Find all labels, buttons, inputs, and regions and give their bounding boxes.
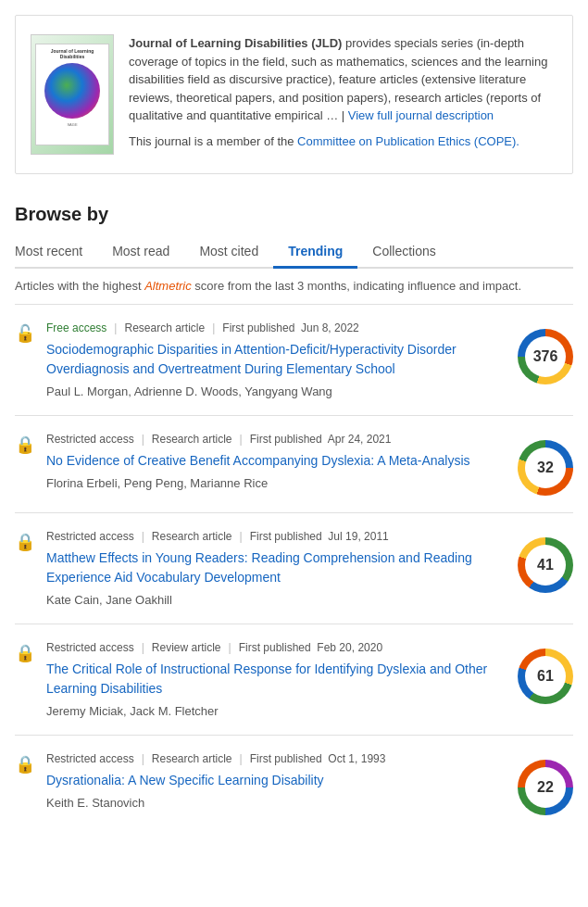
- article-meta: Restricted access | Review article | Fir…: [46, 641, 507, 654]
- article-meta: Restricted access | Research article | F…: [46, 433, 507, 446]
- access-label: Free access: [46, 321, 106, 334]
- tab-subtitle: Articles with the highest Altmetric scor…: [0, 269, 588, 304]
- access-label: Restricted access: [46, 752, 134, 765]
- member-text: This journal is a member of the: [129, 134, 297, 148]
- access-label: Restricted access: [46, 641, 134, 654]
- first-published: First published Feb 20, 2020: [239, 641, 382, 654]
- altmetric-badge[interactable]: 61: [518, 649, 573, 704]
- article-authors: Kate Cain, Jane Oakhill: [46, 593, 507, 607]
- article-content: Restricted access | Review article | Fir…: [46, 641, 507, 718]
- article-title-link[interactable]: No Evidence of Creative Benefit Accompan…: [46, 453, 470, 468]
- article-meta: Free access | Research article | First p…: [46, 321, 507, 334]
- article-item: 🔒 Restricted access | Research article |…: [15, 735, 573, 832]
- article-title: No Evidence of Creative Benefit Accompan…: [46, 451, 507, 471]
- article-item: 🔒 Restricted access | Research article |…: [15, 415, 573, 512]
- altmetric-badge[interactable]: 32: [518, 440, 573, 496]
- lock-icon: 🔒: [15, 644, 35, 662]
- article-title-link[interactable]: The Critical Role of Instructional Respo…: [46, 661, 487, 696]
- subtitle-suffix: score from the last 3 months, indicating…: [192, 279, 521, 293]
- badge-score: 22: [525, 767, 566, 808]
- article-lock-icon: 🔒: [15, 532, 35, 552]
- article-list: 🔓 Free access | Research article | First…: [0, 304, 588, 832]
- altmetric-link[interactable]: Altmetric: [144, 279, 192, 293]
- journal-title-bold: Journal of Learning Disabilities (JLD): [129, 36, 342, 50]
- journal-cover: Journal of Learning Disabilities SAGE: [31, 34, 114, 155]
- article-type: Research article: [152, 752, 232, 765]
- lock-icon: 🔒: [15, 435, 35, 454]
- unlock-icon: 🔓: [15, 324, 35, 343]
- badge-score: 41: [525, 545, 566, 586]
- article-authors: Florina Erbeli, Peng Peng, Marianne Rice: [46, 476, 507, 490]
- tabs-container: Most recent Most read Most cited Trendin…: [15, 236, 573, 269]
- tab-most-read[interactable]: Most read: [97, 236, 184, 269]
- article-title-link[interactable]: Matthew Effects in Young Readers: Readin…: [46, 550, 472, 585]
- article-type: Research article: [152, 433, 232, 446]
- article-title: The Critical Role of Instructional Respo…: [46, 660, 507, 699]
- altmetric-badge[interactable]: 41: [518, 537, 573, 593]
- journal-description: Journal of Learning Disabilities (JLD) p…: [129, 34, 557, 155]
- tab-most-recent[interactable]: Most recent: [15, 236, 97, 269]
- article-type: Research article: [152, 530, 232, 543]
- article-title-link[interactable]: Dysrationalia: A New Specific Learning D…: [46, 773, 324, 787]
- journal-header: Journal of Learning Disabilities SAGE Jo…: [15, 15, 573, 174]
- badge-score: 61: [525, 656, 566, 697]
- article-lock-icon: 🔒: [15, 754, 35, 775]
- article-title: Dysrationalia: A New Specific Learning D…: [46, 771, 507, 790]
- article-title-link[interactable]: Sociodemographic Disparities in Attentio…: [46, 342, 457, 376]
- article-type: Research article: [124, 321, 205, 334]
- cope-link[interactable]: Committee on Publication Ethics (COPE).: [297, 134, 519, 148]
- article-item: 🔒 Restricted access | Research article |…: [15, 512, 573, 624]
- tab-trending[interactable]: Trending: [273, 236, 357, 269]
- access-label: Restricted access: [46, 433, 134, 446]
- first-published: First published Apr 24, 2021: [250, 433, 392, 446]
- tab-most-cited[interactable]: Most cited: [184, 236, 273, 269]
- article-authors: Keith E. Stanovich: [46, 796, 507, 810]
- article-content: Restricted access | Research article | F…: [46, 530, 507, 607]
- article-content: Free access | Research article | First p…: [46, 321, 507, 398]
- first-published: First published Jul 19, 2011: [250, 530, 389, 543]
- article-meta: Restricted access | Research article | F…: [46, 530, 507, 543]
- badge-score: 32: [525, 447, 566, 488]
- article-lock-icon: 🔒: [15, 643, 35, 663]
- article-content: Restricted access | Research article | F…: [46, 433, 507, 490]
- view-full-link[interactable]: View full journal description: [348, 108, 494, 122]
- browse-title: Browse by: [15, 204, 573, 225]
- lock-icon: 🔒: [15, 533, 35, 551]
- lock-icon: 🔒: [15, 755, 35, 774]
- article-lock-icon: 🔓: [15, 323, 35, 344]
- article-item: 🔒 Restricted access | Review article | F…: [15, 624, 573, 735]
- article-title: Matthew Effects in Young Readers: Readin…: [46, 548, 507, 587]
- article-meta: Restricted access | Research article | F…: [46, 752, 507, 765]
- first-published: First published Oct 1, 1993: [250, 752, 386, 765]
- article-lock-icon: 🔒: [15, 435, 35, 455]
- subtitle-prefix: Articles with the highest: [15, 279, 144, 293]
- article-content: Restricted access | Research article | F…: [46, 752, 507, 810]
- altmetric-badge[interactable]: 22: [518, 760, 573, 815]
- article-item: 🔓 Free access | Research article | First…: [15, 304, 573, 415]
- badge-score: 376: [525, 336, 566, 377]
- article-type: Review article: [152, 641, 221, 654]
- article-authors: Paul L. Morgan, Adrienne D. Woods, Yangy…: [46, 384, 507, 398]
- altmetric-badge[interactable]: 376: [518, 329, 573, 384]
- access-label: Restricted access: [46, 530, 134, 543]
- article-title: Sociodemographic Disparities in Attentio…: [46, 340, 507, 379]
- tab-collections[interactable]: Collections: [357, 236, 450, 269]
- article-authors: Jeremy Miciak, Jack M. Fletcher: [46, 704, 507, 718]
- browse-section: Browse by Most recent Most read Most cit…: [0, 189, 588, 269]
- first-published: First published Jun 8, 2022: [222, 321, 358, 334]
